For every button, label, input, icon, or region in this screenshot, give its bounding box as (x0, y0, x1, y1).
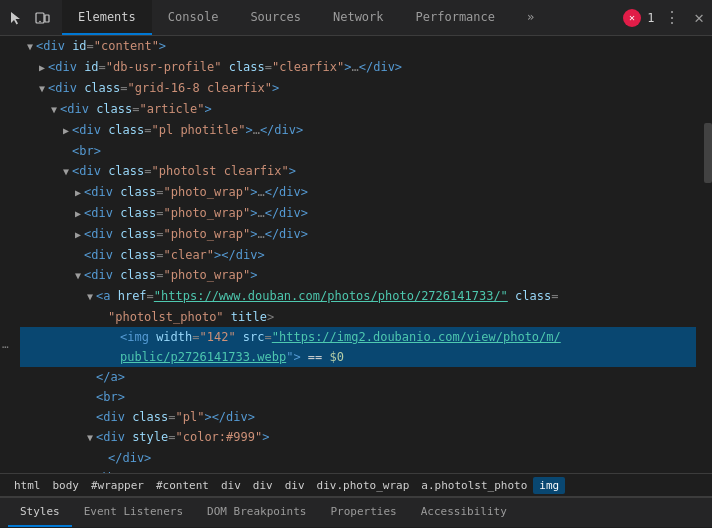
breadcrumb-bar: html body #wrapper #content div div div … (0, 473, 712, 497)
error-icon: ✕ (629, 12, 635, 23)
toolbar-icon-group (4, 6, 54, 30)
breadcrumb-content[interactable]: #content (150, 477, 215, 494)
dom-line[interactable]: <div class="article"> (20, 99, 696, 120)
tab-sources[interactable]: Sources (234, 0, 317, 35)
dom-line[interactable]: <br> (20, 141, 696, 161)
dom-line[interactable]: <a href="https://www.douban.com/photos/p… (20, 286, 696, 307)
expand-arrow[interactable] (84, 429, 96, 447)
dom-line[interactable]: <div class="photo_wrap">…</div> (20, 182, 696, 203)
breadcrumb-photo-wrap[interactable]: div.photo_wrap (311, 477, 416, 494)
expand-arrow[interactable] (48, 101, 60, 119)
dom-tree-scroll[interactable]: <div id="content"> <div id="db-usr-profi… (20, 36, 704, 473)
dom-line[interactable]: </div> (20, 468, 696, 473)
dom-line[interactable]: <br> (20, 387, 696, 407)
close-button[interactable]: ✕ (690, 8, 708, 27)
dom-line[interactable]: "photolst_photo" title> (20, 307, 696, 327)
tab-properties[interactable]: Properties (318, 498, 408, 527)
dom-line-selected-cont[interactable]: public/p2726141733.webp"> == $0 (20, 347, 696, 367)
expand-arrow[interactable] (72, 267, 84, 285)
error-count: 1 (647, 11, 654, 25)
tab-console[interactable]: Console (152, 0, 235, 35)
dom-line[interactable]: <div class="pl photitle">…</div> (20, 120, 696, 141)
device-icon[interactable] (30, 6, 54, 30)
devtools-tabs: Elements Console Sources Network Perform… (62, 0, 550, 35)
breadcrumb-div3[interactable]: div (279, 477, 311, 494)
bottom-tabs: Styles Event Listeners DOM Breakpoints P… (0, 497, 712, 527)
breadcrumb-photolst-photo[interactable]: a.photolst_photo (415, 477, 533, 494)
expand-arrow[interactable] (60, 122, 72, 140)
tab-more[interactable]: » (511, 0, 550, 35)
svg-rect-1 (45, 15, 49, 22)
dom-tree: <div id="content"> <div id="db-usr-profi… (20, 36, 704, 473)
scrollbar-thumb (704, 123, 712, 183)
dom-line[interactable]: <div class="clear"></div> (20, 245, 696, 265)
expand-arrow[interactable] (72, 205, 84, 223)
expand-arrow[interactable] (36, 59, 48, 77)
expand-arrow[interactable] (84, 288, 96, 306)
expand-arrow[interactable] (36, 80, 48, 98)
tab-network[interactable]: Network (317, 0, 400, 35)
dom-line[interactable]: <div class="pl"></div> (20, 407, 696, 427)
dom-line[interactable]: <div id="content"> (20, 36, 696, 57)
tab-event-listeners[interactable]: Event Listeners (72, 498, 195, 527)
expand-arrow[interactable] (72, 226, 84, 244)
dom-line[interactable]: </a> (20, 367, 696, 387)
dom-line[interactable]: <div class="grid-16-8 clearfix"> (20, 78, 696, 99)
dom-line[interactable]: <div class="photolst clearfix"> (20, 161, 696, 182)
breadcrumb-html[interactable]: html (8, 477, 47, 494)
breadcrumb-div1[interactable]: div (215, 477, 247, 494)
breadcrumb-img[interactable]: img (533, 477, 565, 494)
devtools-toolbar: Elements Console Sources Network Perform… (0, 0, 712, 36)
svg-point-2 (39, 20, 41, 22)
tab-accessibility[interactable]: Accessibility (409, 498, 519, 527)
breadcrumb-body[interactable]: body (47, 477, 86, 494)
current-line-indicator: … (2, 338, 9, 351)
dom-line[interactable]: <div class="photo_wrap">…</div> (20, 203, 696, 224)
toolbar-right: ✕ 1 ⋮ ✕ (623, 8, 708, 27)
dom-line[interactable]: <div class="photo_wrap">…</div> (20, 224, 696, 245)
breadcrumb-div2[interactable]: div (247, 477, 279, 494)
expand-arrow[interactable] (60, 163, 72, 181)
dom-line[interactable]: <div class="photo_wrap"> (20, 265, 696, 286)
breadcrumb-wrapper[interactable]: #wrapper (85, 477, 150, 494)
cursor-icon[interactable] (4, 6, 28, 30)
tab-dom-breakpoints[interactable]: DOM Breakpoints (195, 498, 318, 527)
tab-elements[interactable]: Elements (62, 0, 152, 35)
dom-scrollbar[interactable] (704, 36, 712, 473)
more-menu-button[interactable]: ⋮ (660, 8, 684, 27)
error-badge: ✕ (623, 9, 641, 27)
expand-arrow[interactable] (72, 184, 84, 202)
dom-line[interactable]: <div id="db-usr-profile" class="clearfix… (20, 57, 696, 78)
tab-styles[interactable]: Styles (8, 498, 72, 527)
tab-performance[interactable]: Performance (400, 0, 511, 35)
dom-line-selected[interactable]: <img width="142" src="https://img2.douba… (20, 327, 696, 347)
expand-arrow[interactable] (24, 38, 36, 56)
dom-gutter: … (0, 36, 20, 473)
dom-line[interactable]: </div> (20, 448, 696, 468)
dom-line[interactable]: <div style="color:#999"> (20, 427, 696, 448)
